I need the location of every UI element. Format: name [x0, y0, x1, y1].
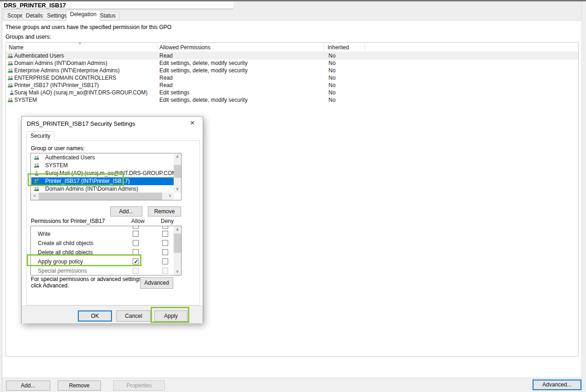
deny-column-header: Deny	[161, 218, 174, 224]
group-icon	[7, 68, 13, 73]
allow-column-header: Allow	[131, 218, 145, 224]
column-header-permissions[interactable]: Allowed Permissions	[159, 44, 211, 51]
list-item[interactable]: SYSTEM	[31, 162, 174, 170]
gpmc-window: DRS_PRINTER_ISB17 Scope Details Settings…	[0, 0, 586, 392]
dialog-remove-button[interactable]: Remove	[148, 206, 181, 216]
advanced-note: For special permissions or advanced sett…	[31, 276, 143, 289]
group-icon	[7, 82, 13, 88]
dialog-add-button[interactable]: Add...	[110, 206, 142, 216]
column-divider[interactable]	[364, 44, 365, 51]
header-band: DRS_PRINTER_ISB17 Scope Details Settings…	[0, 1, 586, 20]
dialog-titlebar[interactable]: DRS_PRINTER_ISB17 Security Settings	[22, 117, 203, 130]
group-icon	[34, 163, 40, 168]
vertical-scrollbar[interactable]	[174, 153, 181, 193]
vertical-scrollbar[interactable]	[174, 226, 181, 275]
remove-button[interactable]: Remove	[58, 380, 101, 391]
annotation-selected-group-box	[28, 173, 124, 186]
allow-checkbox[interactable]	[133, 231, 139, 237]
scroll-down-icon[interactable]	[174, 268, 181, 275]
gpo-title-band: DRS_PRINTER_ISB17	[0, 1, 234, 9]
permission-row: Create all child objects	[31, 239, 174, 248]
table-row[interactable]: Suraj Mali (AO) (suraj.m_ao@INT.DRS-GROU…	[6, 89, 578, 96]
group-icon	[7, 97, 13, 103]
table-row[interactable]: ENTERPRISE DOMAIN CONTROLLERS Read No	[6, 74, 578, 82]
group-icon	[34, 155, 40, 160]
permission-row: Special permissions	[31, 266, 174, 275]
list-item[interactable]: Domain Admins (INT\Domain Admins)	[31, 185, 174, 193]
add-button[interactable]: Add...	[6, 380, 50, 391]
deny-checkbox[interactable]	[162, 231, 168, 237]
dialog-title: DRS_PRINTER_ISB17 Security Settings	[27, 120, 135, 127]
dialog-advanced-button[interactable]: Advanced	[140, 277, 173, 289]
permissions-for-label: Permissions for Printer_ISB17	[31, 218, 105, 224]
column-divider[interactable]	[157, 44, 158, 51]
close-icon[interactable]	[182, 117, 203, 130]
allow-checkbox[interactable]	[133, 226, 139, 228]
column-header-inherited[interactable]: Inherited	[328, 44, 349, 51]
permission-row-partial	[31, 226, 174, 229]
allow-checkbox-disabled	[133, 268, 139, 274]
security-tab-page: Group or user names: Authenticated Users…	[26, 140, 200, 305]
scroll-up-icon[interactable]	[174, 153, 181, 160]
tab-security[interactable]: Security	[26, 131, 54, 141]
horizontal-scrollbar[interactable]	[31, 193, 174, 200]
table-row[interactable]: Enterprise Admins (INT\Enterprise Admins…	[6, 67, 578, 74]
allow-checkbox[interactable]	[133, 240, 139, 246]
group-icon	[7, 53, 13, 59]
group-icon	[34, 186, 40, 192]
column-header-name[interactable]: Name	[9, 44, 23, 51]
scroll-down-icon[interactable]	[174, 186, 181, 193]
table-row[interactable]: Authenticated Users Read No	[6, 52, 578, 59]
permission-row: Write	[31, 229, 174, 239]
tab-delegation[interactable]: Delegation	[66, 10, 100, 21]
table-row[interactable]: Domain Admins (INT\Domain Admins) Edit s…	[6, 59, 578, 67]
scroll-right-icon[interactable]	[166, 193, 174, 199]
gpo-title: DRS_PRINTER_ISB17	[4, 2, 66, 9]
deny-checkbox-disabled	[162, 268, 168, 274]
deny-checkbox[interactable]	[162, 226, 168, 228]
annotation-apply-button-box	[151, 307, 189, 323]
sort-ascending-icon: ^	[79, 42, 81, 47]
annotation-apply-group-policy-box	[27, 254, 141, 266]
table-row[interactable]: SYSTEM Edit settings, delete, modify sec…	[6, 96, 578, 104]
scrollbar-thumb[interactable]	[174, 165, 181, 178]
tab-details[interactable]: Details	[22, 12, 47, 20]
groups-and-users-label: Groups and users:	[6, 34, 51, 40]
window-right-edge	[581, 1, 586, 392]
scrollbar-thumb[interactable]	[174, 234, 181, 253]
group-icon	[7, 60, 13, 66]
deny-checkbox[interactable]	[162, 258, 168, 264]
security-settings-dialog: DRS_PRINTER_ISB17 Security Settings Secu…	[21, 116, 203, 323]
page-description: These groups and users have the specifie…	[6, 24, 171, 30]
properties-button: Properties	[113, 380, 165, 391]
scroll-up-icon[interactable]	[174, 226, 181, 233]
deny-checkbox[interactable]	[162, 249, 168, 255]
bottom-button-bar: Add... Remove Properties Advanced...	[2, 378, 581, 392]
group-icon	[7, 75, 13, 81]
ok-button[interactable]: OK	[78, 310, 112, 322]
deny-checkbox[interactable]	[162, 240, 168, 246]
advanced-button[interactable]: Advanced...	[533, 380, 581, 390]
table-header[interactable]: Name ^ Allowed Permissions Inherited	[6, 43, 578, 52]
scrollbar-thumb[interactable]	[39, 193, 162, 200]
list-item[interactable]: Authenticated Users	[31, 154, 174, 162]
table-row[interactable]: Printer_ISB17 (INT\Printer_ISB17) Read N…	[6, 82, 578, 89]
group-or-user-names-label: Group or user names:	[31, 145, 85, 152]
cancel-button[interactable]: Cancel	[117, 310, 151, 322]
column-divider[interactable]	[324, 44, 324, 51]
permissions-list: Write Create all child objects Delete al…	[30, 226, 182, 275]
scroll-left-icon[interactable]	[31, 193, 38, 199]
